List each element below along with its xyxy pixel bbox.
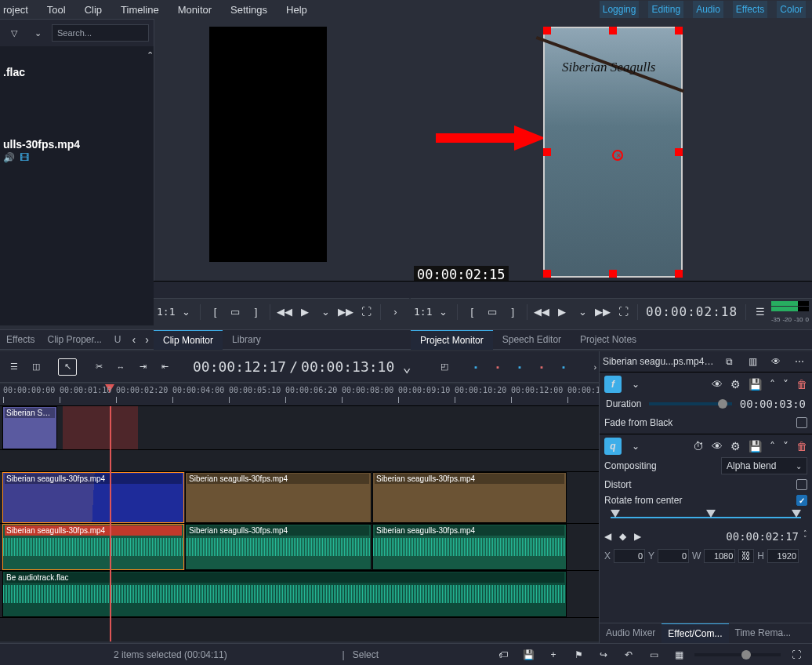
menu-icon[interactable]: ⋯ <box>790 353 809 370</box>
save-icon[interactable]: 💾 <box>749 440 762 452</box>
timeline-ruler[interactable]: 00:00:00:0000:00:01:1000:00:02:2000:00:0… <box>0 384 599 406</box>
link-wh-toggle[interactable]: ⛓ <box>738 549 754 563</box>
move-down[interactable]: ˅ <box>783 378 788 391</box>
fx-tab-time-remap[interactable]: Time Rema... <box>729 623 798 643</box>
tab-clip-monitor[interactable]: Clip Monitor <box>154 330 223 350</box>
group-out[interactable]: ⇤ <box>155 358 174 376</box>
box-button[interactable]: ▭ <box>644 646 663 663</box>
handle-bot-left[interactable] <box>543 270 551 278</box>
handle-right-mid[interactable] <box>675 148 683 156</box>
menu-item-settings[interactable]: Settings <box>230 4 267 16</box>
group-in[interactable]: ⇥ <box>133 358 152 376</box>
clip[interactable]: Siberian seagulls-30fps.mp4 <box>2 472 184 523</box>
trash-icon[interactable]: 🗑 <box>796 440 807 452</box>
zoom-label[interactable]: 1:1 <box>414 306 432 318</box>
kf-prev[interactable]: ◀ <box>604 531 611 542</box>
zoom-slider[interactable] <box>694 653 781 656</box>
keyframe-bar[interactable] <box>604 513 807 522</box>
copy-icon[interactable]: ⧉ <box>720 353 738 370</box>
layout-editing[interactable]: Editing <box>648 1 683 18</box>
clip[interactable]: Siberian seagulls-30fps.mp4 <box>372 472 567 523</box>
menu-item-tool[interactable]: Tool <box>47 4 66 16</box>
layout-audio[interactable]: Audio <box>693 1 723 18</box>
align-1[interactable]: ▪ <box>466 358 485 376</box>
play-button[interactable]: ▶ <box>295 303 314 321</box>
fx-expand[interactable]: ⌄ <box>626 438 645 455</box>
track-a2[interactable]: Be audiotrack.flac <box>0 571 599 618</box>
zoom-label[interactable]: 1:1 <box>157 306 175 318</box>
distort-checkbox[interactable] <box>796 479 807 490</box>
zone-in-button[interactable]: [ <box>462 303 481 321</box>
flag-button[interactable]: ⚑ <box>569 646 588 663</box>
eye-icon[interactable]: 👁 <box>767 353 785 370</box>
menu-item-project[interactable]: roject <box>3 4 28 16</box>
zone-out-button[interactable]: ] <box>246 303 265 321</box>
monitor-ruler-bar[interactable] <box>154 281 812 298</box>
layout-logging[interactable]: Logging <box>600 1 640 18</box>
kf-tc[interactable]: 00:00:02:17 <box>726 530 799 543</box>
handle-top-left[interactable] <box>543 27 551 35</box>
clip[interactable]: Siberian seagulls-30fps.mp4 <box>185 472 372 523</box>
fit-button[interactable]: ◰ <box>435 358 454 376</box>
project-monitor-view[interactable]: Siberian Seagulls <box>543 27 683 278</box>
track-color-button[interactable]: ◫ <box>27 358 45 376</box>
menu-item-help[interactable]: Help <box>286 4 307 16</box>
menu-item-timeline[interactable]: Timeline <box>121 4 159 16</box>
zone-play-button[interactable]: ▭ <box>483 303 502 321</box>
keyframe-handle[interactable] <box>792 510 801 518</box>
tl-tc-current[interactable]: 00:00:12:17 <box>193 358 286 375</box>
fullscreen-button[interactable]: ⛶ <box>787 646 806 663</box>
fx-badge-q[interactable]: q <box>604 438 622 455</box>
align-4[interactable]: ▪ <box>532 358 551 376</box>
tc-menu[interactable]: ⌄ <box>397 358 416 376</box>
playhead-line[interactable] <box>110 406 111 641</box>
keyframe-handle[interactable] <box>611 510 620 518</box>
zoom-dropdown[interactable]: ⌄ <box>433 303 452 321</box>
overflow-button[interactable]: › <box>386 303 404 321</box>
fx-duration-slider[interactable] <box>649 402 731 405</box>
menu-item-clip[interactable]: Clip <box>85 4 102 16</box>
crop-button[interactable]: ⛶ <box>357 303 375 321</box>
tab-speech-editor[interactable]: Speech Editor <box>493 330 571 349</box>
handle-top-mid[interactable] <box>609 27 617 35</box>
bin-search-input[interactable]: Search... <box>52 24 149 42</box>
add-button[interactable]: + <box>544 646 563 663</box>
clip-monitor-view[interactable] <box>209 27 327 262</box>
track-v2[interactable]: Siberian Sea... <box>0 406 599 450</box>
razor-tool[interactable]: ✂ <box>89 358 108 376</box>
trash-icon[interactable]: 🗑 <box>796 378 807 391</box>
select-tool[interactable]: ↖ <box>58 358 77 376</box>
handle-top-right[interactable] <box>675 27 683 35</box>
clip[interactable]: Be audiotrack.flac <box>2 571 567 617</box>
fx-badge-f[interactable]: f <box>604 376 622 393</box>
kf-tc-spinner[interactable]: ˄ ˅ <box>803 531 807 542</box>
handle-bot-mid[interactable] <box>609 270 617 278</box>
bin-item[interactable]: ulls-30fps.mp4 🔊 🎞 <box>0 136 154 169</box>
skip-fwd-button[interactable]: ▶▶ <box>593 303 612 321</box>
kf-next[interactable]: ▶ <box>634 531 641 542</box>
fx-tab-effect-comp[interactable]: Effect/Com... <box>662 623 728 643</box>
clip[interactable]: Siberian Sea... <box>2 406 57 449</box>
transform-center-marker[interactable] <box>612 150 623 161</box>
spacer-tool[interactable]: ↔ <box>111 358 130 376</box>
play-menu[interactable]: ⌄ <box>573 303 592 321</box>
clip[interactable]: Siberian seagulls-30fps.mp4 <box>2 524 184 570</box>
align-5[interactable]: ▪ <box>554 358 573 376</box>
sliders-icon[interactable]: ⚙ <box>730 440 741 452</box>
layout-effects[interactable]: Effects <box>733 1 767 18</box>
move-up[interactable]: ˄ <box>770 440 775 452</box>
menu-item-monitor[interactable]: Monitor <box>178 4 212 16</box>
layout-color[interactable]: Color <box>777 1 806 18</box>
title-zone[interactable] <box>63 406 138 449</box>
h-input[interactable] <box>767 549 799 563</box>
skip-back-button[interactable]: ◀◀ <box>275 303 294 321</box>
bin-item[interactable]: .flac <box>0 64 154 85</box>
split-icon[interactable]: ▥ <box>743 353 762 370</box>
grid-button[interactable]: ▦ <box>669 646 688 663</box>
bin-expander-toggle[interactable]: ⌃ <box>0 46 154 64</box>
move-down[interactable]: ˅ <box>783 440 788 452</box>
rotate-checkbox[interactable] <box>796 495 807 506</box>
tab-project-monitor[interactable]: Project Monitor <box>411 330 493 350</box>
tab-library[interactable]: Library <box>223 330 270 349</box>
handle-bot-right[interactable] <box>675 270 683 278</box>
